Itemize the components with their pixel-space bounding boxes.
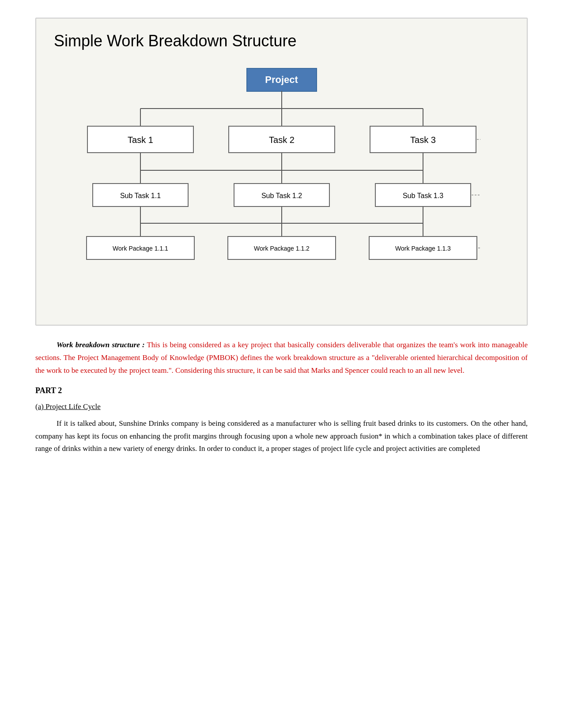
part2-section: PART 2 (a) Project Life Cycle If it is t… xyxy=(35,386,528,456)
part2-subheading-a: (a) Project Life Cycle xyxy=(35,402,528,411)
part2-body: If it is talked about, Sunshine Drinks c… xyxy=(35,417,528,456)
svg-text:Sub Task 1.3: Sub Task 1.3 xyxy=(402,192,443,199)
part2-paragraph: If it is talked about, Sunshine Drinks c… xyxy=(35,417,528,456)
svg-text:Task 2: Task 2 xyxy=(269,135,295,145)
wbs-chart: Project Task 1 Task 2 Task 3 xyxy=(54,64,509,307)
wbs-description-section: Work breakdown structure : This is being… xyxy=(35,339,528,377)
wbs-paragraph: Work breakdown structure : This is being… xyxy=(35,339,528,377)
svg-text:Sub Task 1.2: Sub Task 1.2 xyxy=(261,192,302,199)
wbs-tree-svg: Task 1 Task 2 Task 3 Sub Task 1.1 xyxy=(83,91,480,303)
svg-text:Sub Task 1.1: Sub Task 1.1 xyxy=(120,192,160,199)
part2-heading: PART 2 xyxy=(35,386,528,395)
svg-text:Work Package 1.1.2: Work Package 1.1.2 xyxy=(254,245,310,252)
project-node: Project xyxy=(246,68,317,92)
svg-text:Work Package 1.1.1: Work Package 1.1.1 xyxy=(113,245,168,252)
svg-text:Work Package 1.1.3: Work Package 1.1.3 xyxy=(395,245,451,252)
svg-text:Task 1: Task 1 xyxy=(128,135,153,145)
wbs-label: Work breakdown structure : xyxy=(57,341,145,349)
wbs-diagram-container: Simple Work Breakdown Structure Project … xyxy=(35,18,528,326)
diagram-title: Simple Work Breakdown Structure xyxy=(54,32,509,50)
svg-text:Task 3: Task 3 xyxy=(410,135,436,145)
project-row: Project xyxy=(246,68,317,92)
